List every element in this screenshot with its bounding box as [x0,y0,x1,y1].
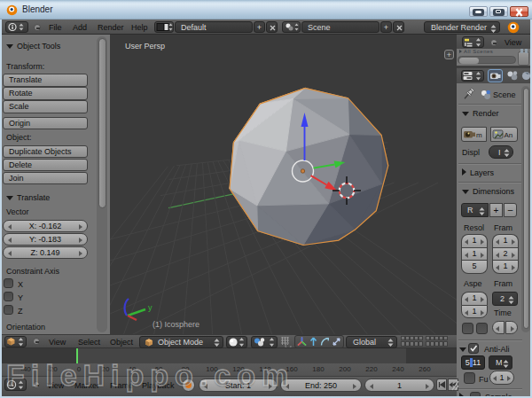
svg-text:y: y [148,303,153,312]
svg-text:An: An [505,131,513,139]
svg-text:m: m [476,131,482,139]
